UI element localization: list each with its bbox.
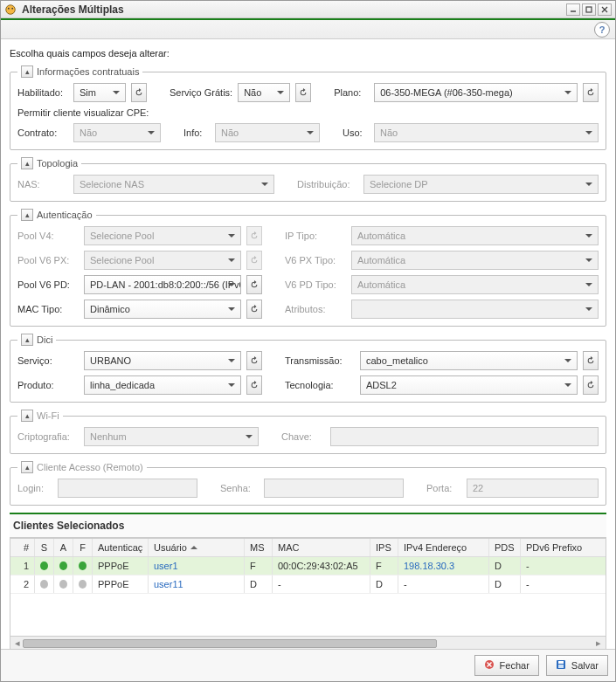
group-topologia: ▴ Topologia NAS: Selecione NAS Distribui… (10, 157, 606, 202)
help-button[interactable]: ? (594, 22, 610, 38)
horizontal-scrollbar[interactable]: ◂ ▸ (10, 636, 606, 649)
select-poolv4[interactable]: Selecione Pool (84, 226, 241, 245)
cell-ips: D (370, 575, 398, 593)
select-mactipo[interactable]: Dinâmico (84, 300, 241, 319)
select-transmissao[interactable]: cabo_metalico (360, 351, 578, 370)
cell-pds: D (489, 575, 521, 593)
save-button[interactable]: Salvar (546, 655, 608, 676)
col-mac[interactable]: MAC (273, 539, 370, 556)
reset-transmissao[interactable] (583, 351, 599, 370)
select-plano[interactable]: 06-350-MEGA (#06-350-mega) (374, 83, 578, 102)
input-porta[interactable]: 22 (467, 479, 599, 498)
group-legend: Dici (37, 334, 52, 345)
label-mactipo: MAC Tipo: (17, 304, 79, 314)
col-pd6[interactable]: PDv6 Prefixo (521, 539, 599, 556)
label-habilitado: Habilitado: (17, 87, 68, 98)
col-f[interactable]: F (73, 539, 93, 556)
select-v6pdtipo[interactable]: Automática (351, 275, 599, 294)
select-poolv6px[interactable]: Selecione Pool (84, 251, 241, 270)
scroll-thumb[interactable] (23, 639, 437, 648)
select-servico-gratis[interactable]: Não (238, 83, 290, 102)
group-dici: ▴ Dici Serviço: URBANO Transmissão: cabo… (10, 334, 606, 403)
input-chave[interactable] (330, 427, 599, 446)
reset-mactipo[interactable] (246, 300, 262, 319)
table-row[interactable]: 1PPPoEuser1F00:0C:29:43:02:A5F198.18.30.… (10, 557, 606, 575)
label-iptipo: IP Tipo: (285, 231, 346, 241)
svg-rect-11 (558, 661, 564, 664)
select-uso[interactable]: Não (374, 123, 599, 142)
select-iptipo[interactable]: Automática (351, 226, 599, 245)
form-body: Escolha quais campos deseja alterar: ▴ I… (1, 39, 615, 649)
col-a[interactable]: A (54, 539, 73, 556)
svg-point-1 (8, 7, 10, 9)
cell-auth: PPPoE (93, 557, 149, 575)
svg-rect-4 (586, 7, 592, 12)
label-permitir-cpe: Permitir cliente visualizar CPE: (17, 107, 599, 118)
label-atributos: Atributos: (285, 304, 346, 314)
status-dot (59, 580, 67, 589)
label-porta: Porta: (426, 483, 461, 493)
reset-habilitado[interactable] (131, 83, 147, 102)
col-ms[interactable]: MS (245, 539, 273, 556)
cell-ips: F (370, 557, 398, 575)
user-link[interactable]: user11 (154, 579, 183, 589)
reset-servico[interactable] (246, 351, 262, 370)
cell-pd6: - (521, 575, 599, 593)
select-poolv6pd[interactable]: PD-LAN - 2001:db8:0:200::/56 (IPv6 (84, 275, 241, 294)
collapse-toggle[interactable]: ▴ (21, 65, 33, 78)
label-tecnologia: Tecnologia: (285, 380, 355, 390)
col-idx[interactable]: # (10, 539, 35, 556)
cell-pd6: - (521, 557, 599, 575)
select-servico[interactable]: URBANO (84, 351, 241, 370)
reset-plano[interactable] (583, 83, 599, 102)
reset-produto[interactable] (246, 375, 262, 395)
select-info[interactable]: Não (215, 123, 320, 142)
input-senha[interactable] (264, 479, 404, 498)
user-link[interactable]: user1 (154, 561, 178, 571)
collapse-toggle[interactable]: ▴ (21, 157, 33, 169)
select-distribuicao[interactable]: Selecione DP (363, 175, 599, 194)
select-v6pxtipo[interactable]: Automática (351, 251, 599, 270)
close-button[interactable]: Fechar (474, 655, 539, 676)
select-cripto[interactable]: Nenhum (84, 427, 259, 446)
col-auth[interactable]: Autenticaç (93, 539, 149, 556)
table-row[interactable]: 2PPPoEuser11D-D-D- (10, 575, 606, 594)
cell-a (54, 575, 73, 593)
close-icon (484, 659, 495, 672)
minimize-button[interactable] (566, 3, 580, 16)
reset-servico-gratis[interactable] (295, 83, 311, 102)
select-habilitado[interactable]: Sim (73, 83, 126, 102)
col-user[interactable]: Usuário (149, 539, 245, 556)
label-transmissao: Transmissão: (285, 355, 355, 366)
col-ip4[interactable]: IPv4 Endereço (398, 539, 489, 556)
reset-poolv6pd[interactable] (246, 275, 262, 294)
collapse-toggle[interactable]: ▴ (21, 410, 33, 422)
col-s[interactable]: S (35, 539, 54, 556)
label-servico-gratis: Serviço Grátis: (170, 87, 232, 98)
collapse-toggle[interactable]: ▴ (21, 334, 33, 346)
label-login: Login: (17, 483, 52, 493)
select-atributos[interactable] (351, 300, 599, 319)
maximize-button[interactable] (582, 3, 596, 16)
label-distribuicao: Distribuição: (297, 179, 358, 189)
label-poolv6pd: Pool V6 PD: (17, 279, 79, 290)
close-button[interactable] (598, 3, 612, 16)
reset-tecnologia[interactable] (583, 375, 599, 395)
col-pds[interactable]: PDS (489, 539, 521, 556)
reset-poolv4 (246, 226, 262, 245)
select-nas[interactable]: Selecione NAS (73, 175, 274, 194)
collapse-toggle[interactable]: ▴ (21, 209, 33, 221)
group-autenticacao: ▴ Autenticação Pool V4: Selecione Pool I… (10, 209, 606, 327)
input-login[interactable] (58, 479, 197, 498)
grid-header: # S A F Autenticaç Usuário MS MAC IPS IP… (10, 539, 606, 557)
select-tecnologia[interactable]: ADSL2 (360, 375, 578, 395)
collapse-toggle[interactable]: ▴ (21, 461, 33, 473)
cell-f (73, 575, 93, 593)
ipv4-link[interactable]: 198.18.30.3 (404, 561, 454, 571)
label-chave: Chave: (281, 431, 325, 442)
col-ips[interactable]: IPS (370, 539, 398, 556)
select-contrato[interactable]: Não (73, 123, 161, 142)
cell-idx: 2 (10, 575, 35, 593)
select-produto[interactable]: linha_dedicada (84, 375, 241, 395)
label-servico: Serviço: (17, 355, 79, 366)
